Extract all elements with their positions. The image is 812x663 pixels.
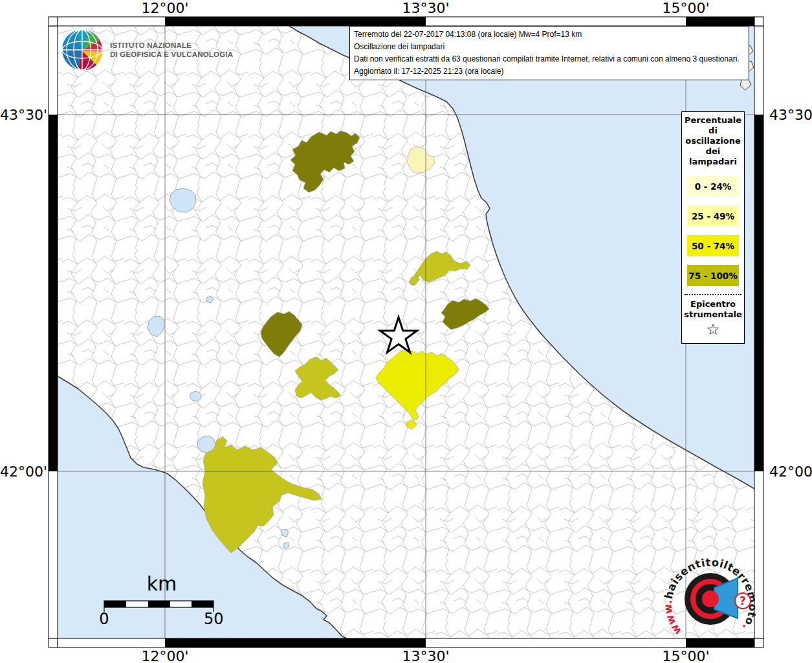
- axis-label-bottom-12: 12°00': [126, 648, 204, 663]
- event-effect: Oscillazione dei lampadari: [354, 41, 745, 53]
- event-summary: Terremoto del 22-07-2017 04:13:08 (ora l…: [354, 28, 745, 41]
- axis-label-top-15: 15°00': [647, 0, 725, 16]
- legend-title-line: dei: [682, 146, 744, 157]
- legend-class-50-74: 50 - 74%: [687, 235, 739, 256]
- legend-box: Percentuale di oscillazione dei lampadar…: [681, 111, 745, 344]
- scalebar-end: 50: [204, 610, 223, 628]
- axis-label-bottom-1330: 13°30': [387, 648, 465, 663]
- event-disclaimer: Dati non verificati estratti da 63 quest…: [354, 53, 745, 65]
- ingv-title-line2: DI GEOFISICA E VULCANOLOGIA: [110, 50, 233, 59]
- legend-title-line: di: [682, 126, 744, 136]
- scalebar-start: 0: [94, 610, 114, 628]
- legend-title-line: lampadari: [682, 157, 744, 167]
- haisentito-watermark: www.haisentitoilterremoto.it ?: [659, 544, 769, 651]
- legend-title-line: Percentuale: [682, 115, 744, 126]
- event-info-box: Terremoto del 22-07-2017 04:13:08 (ora l…: [349, 26, 749, 80]
- legend-epicenter-line1: Epicentro: [682, 299, 744, 309]
- axis-label-left-42: 42°00': [0, 464, 45, 480]
- legend-star-icon: ☆: [682, 321, 744, 338]
- legend-title-line: oscillazione: [682, 136, 744, 146]
- ingv-globe-icon: [61, 28, 104, 71]
- svg-text:?: ?: [740, 594, 746, 607]
- question-mark-icon: ?: [735, 593, 751, 609]
- map-page: ISTITUTO NAZIONALE DI GEOFISICA E VULCAN…: [0, 0, 812, 663]
- axis-label-top-12: 12°00': [126, 0, 204, 16]
- ingv-logo: ISTITUTO NAZIONALE DI GEOFISICA E VULCAN…: [61, 28, 233, 71]
- ingv-title-line1: ISTITUTO NAZIONALE: [110, 41, 233, 50]
- scalebar-unit: km: [133, 572, 191, 595]
- legend-class-25-49: 25 - 49%: [687, 205, 739, 227]
- axis-label-right-4330: 43°30': [769, 107, 812, 123]
- haisentito-target-icon: [685, 573, 738, 625]
- axis-label-top-1330: 13°30': [387, 0, 465, 16]
- axis-label-right-42: 42°00': [769, 464, 812, 480]
- event-updated: Aggiornato il: 17-12-2025 21:23 (ora loc…: [354, 65, 745, 78]
- legend-epicenter-line2: strumentale: [682, 309, 744, 320]
- legend-class-0-24: 0 - 24%: [687, 175, 739, 197]
- legend-class-75-100: 75 - 100%: [687, 265, 739, 286]
- legend-divider: [685, 294, 741, 295]
- axis-label-left-4330: 43°30': [0, 107, 45, 123]
